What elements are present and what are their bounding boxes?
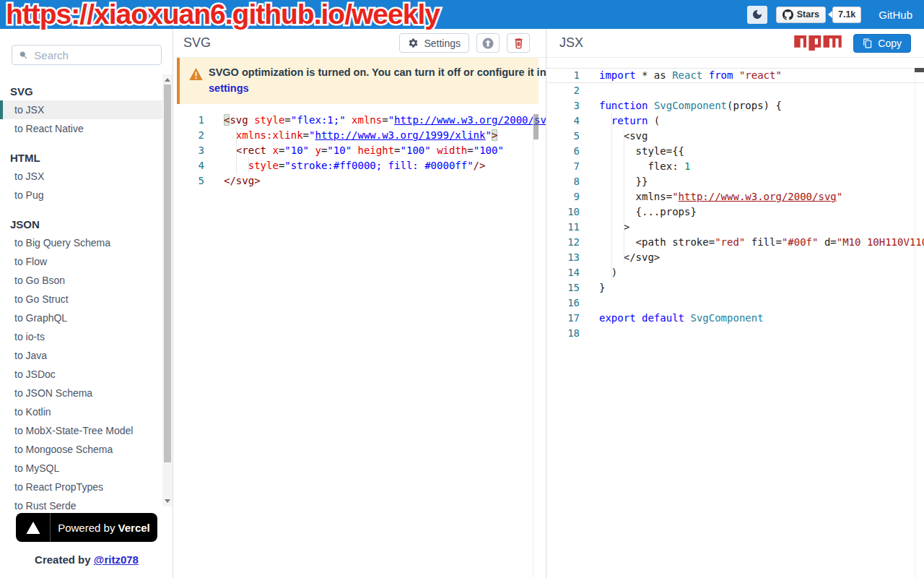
code-line: 18 — [546, 326, 924, 341]
line-number: 15 — [546, 280, 580, 296]
sidebar-item-to-java[interactable]: to Java — [0, 346, 162, 365]
code-line: 5 <svg — [546, 129, 924, 144]
code-line: 2 — [546, 83, 924, 98]
code-line: 8 }} — [546, 174, 924, 189]
sidebar-item-to-jsx[interactable]: to JSX — [0, 100, 162, 119]
sidebar-item-to-rust-serde[interactable]: to Rust Serde — [0, 496, 162, 513]
line-content: flex: 1 — [580, 159, 690, 174]
nav-section-json: JSONto Big Query Schemato Flowto Go Bson… — [0, 215, 162, 513]
warning-icon — [189, 68, 203, 80]
overview-ruler — [915, 68, 915, 578]
line-number: 6 — [546, 144, 580, 159]
line-content: <path stroke="red" fill="#00f" d="M10 10… — [580, 235, 924, 250]
line-content: <svg style="flex:1;" xmlns="http://www.w… — [204, 113, 546, 128]
copy-button[interactable]: Copy — [853, 34, 911, 53]
line-content: </svg> — [580, 250, 660, 265]
sidebar-item-to-graphql[interactable]: to GraphQL — [0, 309, 162, 327]
sidebar-item-to-pug[interactable]: to Pug — [0, 186, 162, 204]
sidebar-item-to-mysql[interactable]: to MySQL — [0, 459, 162, 478]
sidebar-item-to-io-ts[interactable]: to io-ts — [0, 327, 162, 346]
powered-by-vercel-badge[interactable]: Powered by Vercel — [16, 513, 157, 542]
svg-code-editor[interactable]: 1<svg style="flex:1;" xmlns="http://www.… — [173, 113, 546, 578]
stars-label: Stars — [797, 9, 819, 20]
search-icon — [19, 50, 28, 61]
indent-guide — [248, 158, 249, 173]
sidebar-item-to-jsdoc[interactable]: to JSDoc — [0, 365, 162, 384]
scrollbar-thumb[interactable] — [164, 85, 171, 462]
code-line: 16 — [546, 296, 924, 311]
line-content: > — [580, 220, 629, 235]
line-number: 14 — [546, 265, 580, 280]
sidebar-item-to-mongoose-schema[interactable]: to Mongoose Schema — [0, 440, 162, 459]
upload-icon — [481, 37, 494, 50]
code-line: 4 style="stroke:#ff0000; fill: #0000ff"/… — [173, 158, 546, 173]
nav-section-svg: SVGto JSXto React Native — [0, 82, 162, 138]
github-stars-button[interactable]: Stars — [776, 7, 826, 23]
line-content: }} — [580, 174, 648, 189]
code-line: 14 ) — [546, 265, 924, 280]
line-number: 16 — [546, 296, 580, 311]
line-number: 12 — [546, 235, 580, 250]
line-number: 7 — [546, 159, 580, 174]
gear-icon — [408, 38, 419, 48]
indent-guide — [236, 128, 237, 173]
line-number: 18 — [546, 326, 580, 341]
editor-scrollbar-thumb[interactable] — [533, 114, 539, 139]
line-content: xmlns:xlink="http://www.w3.org/1999/xlin… — [204, 128, 497, 143]
trash-icon — [513, 37, 525, 49]
stars-count[interactable]: 7.1k — [832, 7, 861, 23]
scrollbar-up-arrow-icon[interactable] — [165, 78, 170, 82]
app-root: https://xiaoxuan6.github.io/weekly Stars… — [0, 0, 924, 578]
copy-icon — [863, 38, 873, 48]
line-content: {...props} — [580, 204, 697, 220]
line-content — [580, 296, 599, 311]
sidebar-item-to-jsx[interactable]: to JSX — [0, 167, 162, 186]
copy-button-label: Copy — [878, 38, 902, 49]
sidebar-item-to-json-schema[interactable]: to JSON Schema — [0, 384, 162, 402]
sidebar-item-to-kotlin[interactable]: to Kotlin — [0, 402, 162, 421]
sidebar-item-to-big-query-schema[interactable]: to Big Query Schema — [0, 233, 162, 252]
line-content — [580, 326, 599, 341]
npm-logo-icon[interactable] — [794, 35, 842, 51]
jsx-code-editor[interactable]: 1import * as React from "react"23functio… — [546, 68, 924, 578]
sidebar-item-to-go-struct[interactable]: to Go Struct — [0, 290, 162, 309]
nav-section-title: HTML — [0, 148, 162, 167]
line-content: xmlns="http://www.w3.org/2000/svg" — [580, 189, 842, 204]
theme-toggle-button[interactable] — [747, 6, 767, 24]
line-number: 17 — [546, 311, 580, 326]
sidebar-item-to-flow[interactable]: to Flow — [0, 252, 162, 271]
sidebar-item-to-react-native[interactable]: to React Native — [0, 119, 162, 138]
author-link[interactable]: @ritz078 — [94, 553, 139, 566]
sidebar-item-to-react-proptypes[interactable]: to React PropTypes — [0, 478, 162, 496]
line-content: } — [580, 280, 605, 296]
sidebar-item-to-go-bson[interactable]: to Go Bson — [0, 271, 162, 290]
line-number: 13 — [546, 250, 580, 265]
upload-button[interactable] — [476, 33, 500, 53]
line-number: 5 — [173, 173, 204, 189]
settings-button-label: Settings — [424, 38, 461, 49]
line-number: 2 — [546, 83, 580, 98]
github-link[interactable]: GitHub — [879, 9, 912, 21]
nav-section-title: JSON — [0, 215, 162, 233]
sidebar-scrollbar[interactable] — [162, 74, 173, 506]
url-banner: https://xiaoxuan6.github.io/weekly — [1, 0, 463, 37]
line-number: 2 — [173, 128, 204, 143]
line-content: return ( — [580, 113, 660, 129]
line-number: 3 — [173, 143, 204, 158]
line-content: export default SvgComponent — [580, 311, 764, 326]
editor-scroll-gutter — [533, 113, 533, 578]
sidebar-item-to-mobx-state-tree-model[interactable]: to MobX-State-Tree Model — [0, 421, 162, 440]
powered-by-text: Powered by — [58, 522, 118, 534]
line-number: 11 — [546, 220, 580, 235]
url-text: https://xiaoxuan6.github.io/weekly — [6, 0, 440, 30]
clear-button[interactable] — [507, 33, 530, 53]
code-line: 2 xmlns:xlink="http://www.w3.org/1999/xl… — [173, 128, 546, 143]
warning-settings-link[interactable]: settings — [209, 82, 249, 94]
scrollbar-down-arrow-icon[interactable] — [165, 499, 170, 503]
code-line: 15} — [546, 280, 924, 296]
search-input[interactable] — [34, 49, 154, 61]
line-number: 1 — [173, 113, 204, 128]
github-mark-icon — [783, 9, 793, 20]
line-number: 5 — [546, 129, 580, 144]
jsx-panel-header: JSX Copy — [546, 29, 924, 58]
